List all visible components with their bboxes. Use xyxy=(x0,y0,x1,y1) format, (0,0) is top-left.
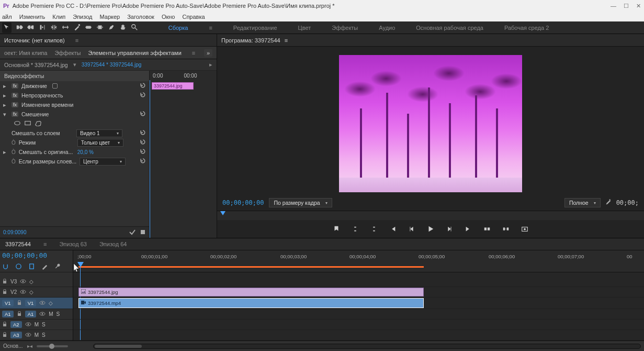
timeline-timecode[interactable]: 00;00;00;00 xyxy=(0,250,73,262)
reset-icon[interactable] xyxy=(140,92,146,99)
layer-sizes-dropdown[interactable]: Центр xyxy=(80,158,126,166)
lock-icon[interactable] xyxy=(2,322,7,328)
reset-icon[interactable] xyxy=(140,158,146,165)
timeline-ruler[interactable]: ;00;00 00;00;01;00 00;00;02;00 00;00;03;… xyxy=(73,250,644,272)
pen-tool-icon[interactable] xyxy=(108,24,115,32)
track-a2[interactable]: A2 M S xyxy=(0,320,73,330)
program-timecode-left[interactable]: 00;00;00;00 xyxy=(222,199,264,206)
selection-tool-icon[interactable] xyxy=(2,23,12,33)
zoom-tool-icon[interactable] xyxy=(131,24,138,32)
quality-dropdown[interactable]: Полное xyxy=(564,198,601,207)
snap-icon[interactable] xyxy=(2,263,9,271)
menu-help[interactable]: Справка xyxy=(182,14,205,20)
slip-tool-icon[interactable] xyxy=(85,24,92,32)
timeline-tab-2[interactable]: Эпизод 63 xyxy=(59,241,87,247)
effect-timecode[interactable]: 0:09:0090 xyxy=(3,229,27,235)
solo-button[interactable]: S xyxy=(42,322,46,327)
reset-icon[interactable] xyxy=(140,148,146,156)
settings-icon[interactable] xyxy=(605,199,612,207)
menu-window[interactable]: Окно xyxy=(162,14,175,20)
rect-mask-icon[interactable] xyxy=(24,120,31,127)
source-panel-tab[interactable]: Источник: (нет клипов) xyxy=(4,37,65,43)
ripple-edit-icon[interactable] xyxy=(39,24,46,32)
track-select-forward-icon[interactable] xyxy=(16,24,23,32)
workspace-audio[interactable]: Аудио xyxy=(379,25,395,31)
panel-menu-icon[interactable]: ≡ xyxy=(285,37,288,43)
mute-button[interactable]: M xyxy=(35,322,39,327)
eye-icon[interactable] xyxy=(39,311,46,317)
fit-dropdown[interactable]: По размеру кадра xyxy=(269,198,332,207)
track-row-v3[interactable] xyxy=(73,277,644,287)
effect-opacity[interactable]: ▸fx Непрозрачность xyxy=(0,91,149,100)
sequence-clip-link[interactable]: 33972544 * 33972544.jpg xyxy=(82,62,142,68)
solo-button[interactable]: S xyxy=(42,332,46,338)
tab-effect-controls[interactable]: Элементы управления эффектами xyxy=(88,50,181,56)
timeline-tab-1[interactable]: 33972544 xyxy=(5,241,31,247)
menu-edit[interactable]: Изменить xyxy=(19,14,46,20)
eye-icon[interactable] xyxy=(25,322,31,328)
blend-original-value[interactable]: 20,0 % xyxy=(77,149,94,155)
zoom-slider[interactable] xyxy=(37,345,68,347)
effect-motion[interactable]: ▸fx Движение xyxy=(0,81,149,91)
close-icon[interactable]: ✕ xyxy=(636,3,641,9)
toggle-track-icon[interactable] xyxy=(129,229,135,236)
maximize-icon[interactable]: ☐ xyxy=(624,3,629,9)
reset-icon[interactable] xyxy=(140,111,146,118)
linked-selection-icon[interactable] xyxy=(15,263,22,271)
lock-icon[interactable] xyxy=(17,300,22,306)
track-a3[interactable]: A3 M S xyxy=(0,330,73,341)
track-v3[interactable]: V3 ◇ xyxy=(0,277,73,287)
track-a1[interactable]: A1 A1 M S xyxy=(0,309,73,320)
clip-image[interactable]: 33972544.jpg xyxy=(78,288,424,297)
effect-mini-timeline[interactable]: 0:00 00:00 33972544.jpg xyxy=(150,71,217,238)
lock-icon[interactable] xyxy=(2,289,7,295)
extract-icon[interactable] xyxy=(502,225,510,233)
mode-dropdown[interactable]: Только цвет xyxy=(77,139,123,147)
overflow-icon[interactable]: » xyxy=(204,49,212,57)
rate-stretch-icon[interactable] xyxy=(62,24,69,32)
play-icon[interactable] xyxy=(427,225,434,233)
source-patch-a1[interactable]: A1 xyxy=(2,311,14,317)
track-row-v1[interactable]: 33972544.mp4 xyxy=(73,298,644,309)
mark-in-icon[interactable] xyxy=(352,225,359,233)
program-canvas[interactable] xyxy=(339,55,522,192)
panel-menu-icon[interactable]: ≡ xyxy=(75,37,78,43)
reset-icon[interactable] xyxy=(140,82,146,90)
panel-menu-icon[interactable]: ≡ xyxy=(192,50,195,56)
track-target-a2[interactable]: A2 xyxy=(10,321,22,328)
marker-icon[interactable] xyxy=(28,263,35,271)
track-row-a2[interactable] xyxy=(73,320,644,330)
solo-button[interactable]: S xyxy=(57,311,60,317)
program-ruler[interactable] xyxy=(217,211,644,220)
wrench-icon[interactable] xyxy=(54,263,61,271)
go-to-out-icon[interactable] xyxy=(465,225,472,233)
track-target-a3[interactable]: A3 xyxy=(10,332,22,338)
blend-layer-dropdown[interactable]: Видео 1 xyxy=(76,129,122,137)
track-row-a3[interactable] xyxy=(73,330,644,341)
mark-out-icon[interactable] xyxy=(370,225,378,233)
horizontal-scrollbar[interactable] xyxy=(93,344,641,349)
menu-marker[interactable]: Маркер xyxy=(99,14,120,20)
step-back-icon[interactable] xyxy=(408,225,415,233)
track-row-v2[interactable]: 33972544.jpg xyxy=(73,287,644,298)
track-output-icon[interactable]: ◇ xyxy=(29,289,33,295)
effect-time-remap[interactable]: ▸fx Изменение времени xyxy=(0,100,149,109)
eye-icon[interactable] xyxy=(25,332,31,338)
track-target-v1[interactable]: V1 xyxy=(25,300,37,306)
program-tab-label[interactable]: Программа: 33972544 xyxy=(221,37,280,43)
menu-file[interactable]: айл xyxy=(2,14,12,20)
program-playhead-icon[interactable] xyxy=(220,211,225,217)
track-target-a1[interactable]: A1 xyxy=(25,311,37,317)
lift-icon[interactable] xyxy=(483,225,491,233)
workspace-effects[interactable]: Эффекты xyxy=(332,25,358,31)
eye-icon[interactable] xyxy=(39,300,46,306)
mini-playhead[interactable] xyxy=(150,80,150,238)
track-output-icon[interactable]: ◇ xyxy=(29,279,33,284)
minimize-icon[interactable]: — xyxy=(611,3,616,9)
motion-badge-icon[interactable] xyxy=(52,83,58,89)
razor-tool-icon[interactable] xyxy=(73,24,81,32)
menu-clip[interactable]: Клип xyxy=(52,14,65,20)
track-v2[interactable]: V2 ◇ xyxy=(0,287,73,298)
track-select-back-icon[interactable] xyxy=(27,24,35,32)
timeline-tab-3[interactable]: Эпизод 64 xyxy=(99,241,127,247)
